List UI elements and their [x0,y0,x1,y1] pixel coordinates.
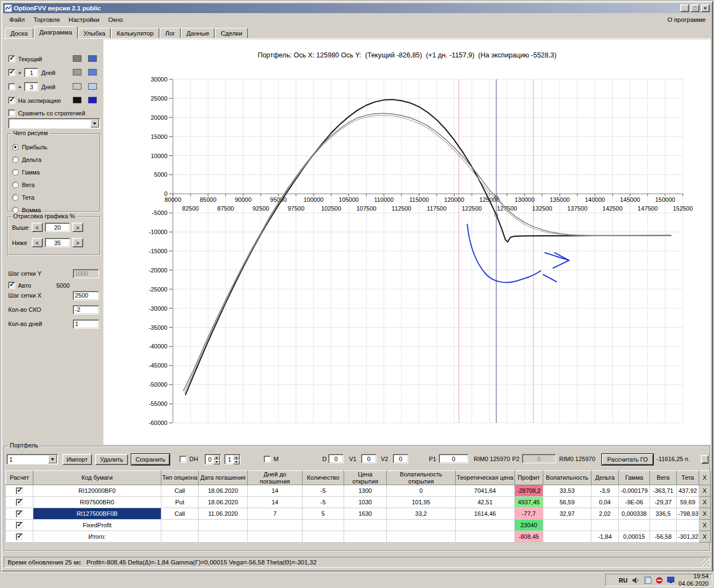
column-header[interactable]: Количество [303,471,344,485]
collapse-button[interactable]: _ [701,455,709,464]
column-header[interactable]: Тета [677,471,699,485]
current-color-swatch-blue[interactable] [88,55,97,62]
plus3-color-swatch-gray[interactable] [73,83,82,90]
save-button[interactable]: Сохранить [131,454,170,465]
column-header[interactable]: Теоретическая цена [456,471,515,485]
column-header[interactable]: Х [699,471,711,485]
dh-spinner-1[interactable] [205,454,221,464]
table-row[interactable]: RI127500BF0BCall11.06.202075163033,21614… [6,508,711,520]
sko-input[interactable] [73,305,99,315]
calc-go-button[interactable]: Рассчитать ГО [602,454,653,465]
tab-Данные[interactable]: Данные [181,28,215,38]
column-header[interactable]: Дельта [591,471,619,485]
column-header[interactable]: Дата погашения [199,471,248,485]
grid-x-input[interactable] [73,291,99,300]
strategy-select-dropdown-button[interactable] [90,119,99,127]
menu-window[interactable]: Окно [104,15,127,24]
column-header[interactable]: Расчет [6,471,33,485]
current-color-swatch-gray[interactable] [73,55,82,62]
menu-file[interactable]: Файл [5,15,29,24]
p2-input[interactable] [522,454,556,463]
dh-checkbox[interactable] [179,456,187,463]
column-header[interactable]: Гамма [619,471,650,485]
clock[interactable]: 19:54 04.06.2020 [678,573,709,587]
draw-option-Вега[interactable]: Вега [12,178,100,191]
above-increase-button[interactable]: > [72,223,83,232]
tab-Калькулятор[interactable]: Калькулятор [111,28,159,38]
below-percent-input[interactable] [45,238,70,247]
row-calc-checkbox[interactable] [16,499,23,506]
tab-Лог[interactable]: Лог [160,28,181,38]
draw-option-Гамма[interactable]: Гамма [12,166,100,178]
antivirus-icon[interactable] [655,577,663,584]
tab-Улыбка[interactable]: Улыбка [78,28,111,38]
below-increase-button[interactable]: > [72,238,83,247]
row-calc-checkbox[interactable] [16,522,23,529]
row-calc-checkbox[interactable] [16,533,23,540]
plus1-checkbox[interactable] [8,69,15,76]
delete-row-button[interactable]: X [699,531,711,543]
minimize-button[interactable]: _ [680,4,689,12]
resize-grip-icon[interactable] [701,559,709,567]
plus1-color-swatch-blue[interactable] [88,69,97,75]
above-percent-input[interactable] [45,223,70,232]
maximize-button[interactable]: □ [690,4,699,12]
table-row[interactable]: FixedProfit23040X [6,520,711,531]
table-row[interactable]: RI120000BF0Call18.06.202014-5130007041,6… [6,485,711,497]
clipboard-icon[interactable] [644,576,652,584]
expiration-checkbox[interactable] [8,97,15,104]
column-header[interactable]: Вега [650,471,677,485]
delete-row-button[interactable]: X [699,485,711,497]
expiration-color-swatch-blue[interactable] [88,97,97,103]
above-decrease-button[interactable]: < [32,223,43,232]
row-calc-checkbox[interactable] [16,487,23,494]
column-header[interactable]: Волатильность [543,471,591,485]
tab-Сделки[interactable]: Сделки [215,28,247,38]
column-header[interactable]: Тип опциона [161,471,199,485]
dh-spinner-2[interactable] [224,454,241,464]
monitor-icon[interactable] [667,577,675,584]
spin-down-icon[interactable] [233,460,240,464]
spin-down-icon[interactable] [213,460,220,464]
delete-row-button[interactable]: X [699,497,711,508]
table-row[interactable]: Итого:-808,45-1,840,00015-56,58-301,32X [6,531,711,543]
m-checkbox[interactable] [264,456,271,463]
column-header[interactable]: Цена открытия [344,471,387,485]
language-indicator[interactable]: RU [619,577,628,584]
volume-icon[interactable] [631,576,640,585]
plus3-days-input[interactable] [24,82,38,91]
menu-trade[interactable]: Торговля [29,15,64,24]
plus3-checkbox[interactable] [8,83,15,90]
column-header[interactable]: Дней до погашения [248,471,303,485]
table-row[interactable]: RI97500BR0Put18.06.202014-51030101,9542,… [6,497,711,508]
current-checkbox[interactable] [8,55,15,62]
column-header[interactable]: Профит [515,471,543,485]
v1-input[interactable] [361,454,376,463]
draw-option-Прибыль[interactable]: Прибыль [12,141,100,153]
profit-chart[interactable]: 300002500020000150001000050000-5000-1000… [111,73,713,434]
compare-strategy-checkbox[interactable] [8,109,15,117]
menu-settings[interactable]: Настройки [64,15,103,24]
plus3-color-swatch-blue[interactable] [88,83,97,90]
tab-Доска[interactable]: Доска [5,28,33,38]
below-decrease-button[interactable]: < [32,238,43,247]
close-button[interactable]: × [701,4,710,12]
tab-Диаграмма[interactable]: Диаграмма [34,26,78,39]
row-calc-checkbox[interactable] [16,510,23,517]
delete-button[interactable]: Удалить [95,454,128,465]
expiration-color-swatch-black[interactable] [73,97,82,103]
delete-row-button[interactable]: X [699,520,711,531]
column-header[interactable]: Код бумаги [33,471,161,485]
p1-input[interactable] [439,454,468,463]
column-header[interactable]: Волатильность открытия [387,471,456,485]
plus1-days-input[interactable] [24,68,38,77]
titlebar[interactable]: OptionFVV версия 2.1 public _ □ × [3,3,711,13]
spin-up-icon[interactable] [213,455,220,459]
spin-up-icon[interactable] [233,455,240,459]
draw-option-Тета[interactable]: Тета [12,191,100,203]
draw-option-Дельта[interactable]: Дельта [12,153,100,166]
menu-about[interactable]: О программе [667,16,709,23]
days-count-input[interactable] [73,319,99,329]
grid-y-input[interactable] [73,269,99,278]
portfolio-select-dropdown-button[interactable] [48,455,57,463]
